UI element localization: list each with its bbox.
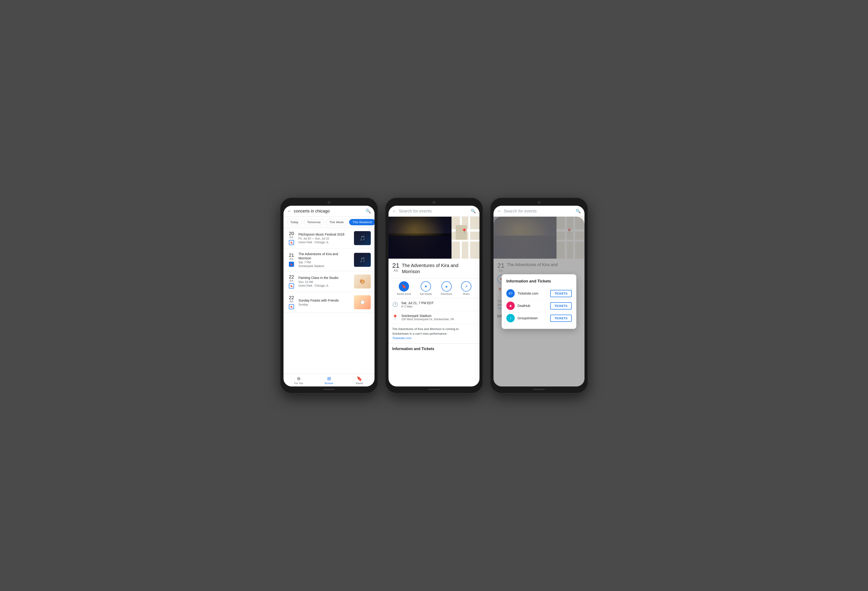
share-label: Share <box>463 292 469 295</box>
ticket-provider-1: 🏷 Ticketsite.com TICKETS <box>506 287 572 300</box>
event-item-3[interactable]: 22 JUL 🔖 Painting Class in the Studio Su… <box>283 271 375 292</box>
phone-1-screen: ← concerts in chicago 🔍 Today Tomorrow T… <box>283 206 375 386</box>
action-get-tickets[interactable]: ❖ Get tickets <box>420 281 432 295</box>
saved-event-label: Saved event <box>397 292 411 295</box>
event-hero-2: 📍 <box>388 217 480 259</box>
search-icon-3[interactable]: 🔍 <box>576 208 581 214</box>
event-thumb-3 <box>354 274 371 289</box>
hero-map: 📍 <box>452 217 480 259</box>
get-tickets-icon: ❖ <box>421 281 431 292</box>
event-venue-info: Snickerpark Stadium 100 West Snickerpark… <box>402 314 454 321</box>
phone-1-button <box>323 389 335 390</box>
event-item-1[interactable]: 20 JUL 🔖 Pitchspoon Music Festival 2018 … <box>283 228 375 249</box>
search-icon-2[interactable]: 🔍 <box>471 208 476 214</box>
directions-label: Directions <box>441 292 452 295</box>
event-description: The Adventures of Kira and Morrison is c… <box>388 324 480 343</box>
event-item-2[interactable]: 21 JUL 🔖 The Adventures of Kira and Morr… <box>283 249 375 271</box>
provider-logo-3: ♪ <box>506 314 515 322</box>
get-tickets-label: Get tickets <box>420 292 432 295</box>
chip-this-weekend[interactable]: This Weekend <box>349 219 375 225</box>
bookmark-icon-4[interactable]: 🔖 <box>289 304 294 309</box>
event-detail-header: 21 JUL The Adventures of Kira and Morris… <box>388 259 480 278</box>
event-item-4[interactable]: 22 JUL 🔖 Sunday Feasts with Friends Sund… <box>283 292 375 313</box>
phone-3-top <box>493 201 585 204</box>
chip-this-week[interactable]: This Week <box>326 219 347 225</box>
provider-name-2: DealHub <box>518 304 548 308</box>
tickets-btn-1[interactable]: TICKETS <box>550 290 572 297</box>
phone-3-camera <box>537 201 540 204</box>
phone-2: ← Search for events 🔍 <box>385 197 483 394</box>
nav-browse-label: Browse <box>325 382 334 385</box>
phone-2-top <box>388 201 480 204</box>
filter-chips: Today Tomorrow This Week This Weekend <box>283 217 375 228</box>
phone-1-top <box>283 201 375 204</box>
share-icon: ↗ <box>461 281 471 292</box>
info-tickets-section-2: Information and Tickets <box>388 343 480 354</box>
event-detail-date: 21 JUL The Adventures of Kira and Morris… <box>392 262 476 274</box>
ticket-provider-3: ♪ Groupsintown TICKETS <box>506 312 572 324</box>
phone-1: ← concerts in chicago 🔍 Today Tomorrow T… <box>280 197 378 394</box>
events-list: 20 JUL 🔖 Pitchspoon Music Festival 2018 … <box>283 228 375 374</box>
action-share[interactable]: ↗ Share <box>461 281 471 295</box>
chip-today[interactable]: Today <box>287 219 302 225</box>
back-arrow-2[interactable]: ← <box>392 209 396 214</box>
event-info-3: Painting Class in the Studio Sun, 12 AM … <box>298 276 351 287</box>
phone-3-screen: ← Search for events 🔍 <box>493 206 585 386</box>
event-detail-title: The Adventures of Kira and Morrison <box>402 262 476 274</box>
phone-2-camera <box>433 201 435 204</box>
event-date-2: 21 JUL 🔖 <box>287 253 296 267</box>
modal-title: Information and Tickets <box>506 279 572 284</box>
back-arrow-1[interactable]: ← <box>287 209 291 214</box>
for-you-icon: ⊕ <box>297 376 301 381</box>
search-query[interactable]: concerts in chicago <box>294 209 363 214</box>
event-detail-content: 21 JUL The Adventures of Kira and Morris… <box>388 259 480 386</box>
event-info-4: Sunday Feasts with Friends Sunday <box>298 298 351 306</box>
bookmark-icon-3[interactable]: 🔖 <box>289 283 294 289</box>
nav-saved[interactable]: 🔖 Saved <box>344 374 375 386</box>
provider-logo-1: 🏷 <box>506 289 515 298</box>
provider-logo-2: ★ <box>506 302 515 310</box>
provider-name-1: Ticketsite.com <box>518 292 548 295</box>
event-datetime-info: Sat, Jul 21, 7 PM EDT in 2 days <box>402 301 434 308</box>
event-thumb-2 <box>354 253 371 267</box>
screen-relative-3: 📍 21 JUL The Adventures of Kira and 🔖 <box>493 217 585 386</box>
bottom-nav-1: ⊕ For You ⊞ Browse 🔖 Saved <box>283 374 375 386</box>
location-icon-2: 📍 <box>392 314 398 320</box>
phones-container: ← concerts in chicago 🔍 Today Tomorrow T… <box>280 197 588 394</box>
hero-concert-image <box>388 217 452 259</box>
tickets-btn-3[interactable]: TICKETS <box>550 315 572 322</box>
event-thumb-4 <box>354 295 371 309</box>
phone-3: ← Search for events 🔍 <box>490 197 588 394</box>
bookmark-icon-1[interactable]: 🔖 <box>289 240 294 245</box>
search-placeholder-2[interactable]: Search for events <box>399 209 468 214</box>
search-placeholder-3[interactable]: Search for events <box>504 209 573 214</box>
ticket-provider-2: ★ DealHub TICKETS <box>506 300 572 312</box>
nav-saved-label: Saved <box>356 382 363 385</box>
event-datetime-row: 🕐 Sat, Jul 21, 7 PM EDT in 2 days <box>388 298 480 311</box>
search-bar-1: ← concerts in chicago 🔍 <box>283 206 375 217</box>
nav-browse[interactable]: ⊞ Browse <box>314 374 344 386</box>
phone-2-screen: ← Search for events 🔍 <box>388 206 480 386</box>
map-pin-2: 📍 <box>461 228 467 234</box>
chip-tomorrow[interactable]: Tomorrow <box>304 219 324 225</box>
event-date-3: 22 JUL 🔖 <box>287 274 296 289</box>
bookmark-icon-2[interactable]: 🔖 <box>289 262 294 267</box>
event-venue-row: 📍 Snickerpark Stadium 100 West Snickerpa… <box>388 311 480 324</box>
saved-event-icon: 🔖 <box>399 281 409 292</box>
phone-2-button <box>428 389 440 390</box>
phone-3-bottom <box>493 389 585 390</box>
modal-overlay[interactable]: Information and Tickets 🏷 Ticketsite.com… <box>493 217 585 386</box>
directions-icon: ◈ <box>441 281 452 292</box>
info-tickets-title-2: Information and Tickets <box>392 347 476 351</box>
back-arrow-3[interactable]: ← <box>497 209 502 214</box>
event-info-2: The Adventures of Kira and Morrison Sat,… <box>298 252 351 268</box>
ticketsite-link[interactable]: Ticketsite.com <box>392 336 412 340</box>
event-date-1: 20 JUL 🔖 <box>287 231 296 245</box>
phone-1-bottom <box>283 389 375 390</box>
tickets-btn-2[interactable]: TICKETS <box>550 302 572 310</box>
nav-for-you[interactable]: ⊕ For You <box>283 374 314 386</box>
action-saved-event[interactable]: 🔖 Saved event <box>397 281 411 295</box>
action-directions[interactable]: ◈ Directions <box>441 281 452 295</box>
action-buttons: 🔖 Saved event ❖ Get tickets ◈ Directions… <box>388 278 480 298</box>
search-icon-1[interactable]: 🔍 <box>366 208 371 214</box>
